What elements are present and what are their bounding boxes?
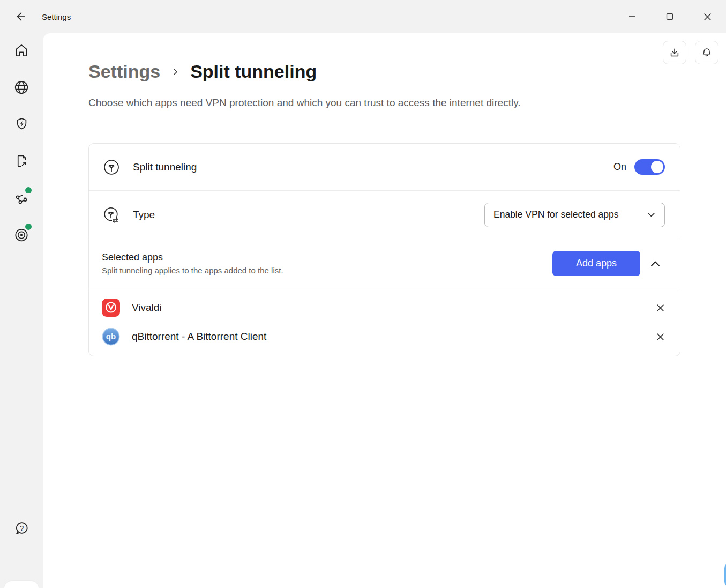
split-tunneling-label: Split tunneling: [133, 161, 197, 173]
download-icon: [669, 47, 680, 58]
toggle-state-label: On: [613, 161, 626, 173]
app-name: Vivaldi: [132, 302, 162, 314]
remove-app-button[interactable]: [652, 300, 668, 316]
split-tunneling-card: Split tunneling On Type Enable VPN for s…: [88, 143, 680, 356]
add-apps-button[interactable]: Add apps: [552, 251, 640, 276]
header-actions: [663, 41, 718, 64]
vivaldi-icon: [102, 299, 120, 317]
type-row: Type Enable VPN for selected apps: [89, 190, 680, 239]
close-icon: [656, 304, 664, 312]
minimize-icon: [628, 13, 636, 20]
sidebar-item-protection[interactable]: [9, 111, 34, 137]
home-icon: [14, 43, 29, 58]
type-label: Type: [133, 209, 155, 221]
selected-apps-title: Selected apps: [102, 252, 283, 263]
sidebar-item-settings[interactable]: [4, 581, 39, 588]
brand-logo-icon: [720, 550, 726, 588]
toggle-knob: [651, 161, 663, 173]
content-panel: Settings Split tunneling Choose which ap…: [43, 33, 726, 588]
maximize-button[interactable]: [651, 0, 688, 33]
close-icon: [703, 13, 712, 21]
sidebar-item-servers[interactable]: [9, 75, 34, 100]
chevron-down-icon: [647, 210, 656, 219]
collapse-apps-button[interactable]: [646, 254, 665, 273]
app-list-item: qb qBittorrent - A Bittorrent Client: [89, 322, 680, 351]
type-dropdown[interactable]: Enable VPN for selected apps: [484, 203, 665, 227]
split-tunneling-row: Split tunneling On: [89, 144, 680, 190]
app-list-item: Vivaldi: [89, 293, 680, 322]
type-icon: [102, 205, 121, 225]
split-tunnel-export-icon: [14, 154, 29, 168]
close-icon: [656, 333, 664, 341]
chevron-up-icon: [649, 258, 661, 270]
sidebar-item-home[interactable]: [9, 38, 34, 63]
connections-status-badge: [25, 187, 32, 193]
close-button[interactable]: [688, 0, 726, 33]
sidebar-item-help[interactable]: ?: [9, 516, 34, 541]
app-name: qBittorrent - A Bittorrent Client: [132, 331, 266, 343]
back-button[interactable]: [12, 8, 30, 26]
window-titlebar: Settings: [0, 0, 726, 33]
type-dropdown-value: Enable VPN for selected apps: [493, 209, 647, 220]
notifications-button[interactable]: [695, 41, 718, 64]
split-tunneling-toggle[interactable]: [634, 159, 665, 175]
svg-text:?: ?: [20, 524, 24, 532]
shield-bolt-icon: [14, 117, 29, 131]
selected-apps-row: Selected apps Split tunneling applies to…: [89, 239, 680, 288]
page-heading: Settings Split tunneling: [88, 61, 317, 82]
sidebar-nav: ?: [0, 33, 43, 588]
page-title: Split tunneling: [190, 61, 317, 82]
remove-app-button[interactable]: [652, 329, 668, 345]
breadcrumb-settings[interactable]: Settings: [88, 61, 160, 82]
maximize-icon: [666, 13, 673, 20]
split-tunneling-icon: [102, 158, 121, 177]
qbittorrent-icon: qb: [102, 328, 120, 346]
sidebar-item-connections[interactable]: [9, 185, 34, 211]
chevron-right-icon: [171, 68, 179, 76]
selected-apps-list: Vivaldi qb qBittorrent - A Bittorrent Cl…: [89, 288, 680, 356]
back-arrow-icon: [15, 11, 27, 23]
page-description: Choose which apps need VPN protection an…: [88, 97, 521, 109]
download-button[interactable]: [663, 41, 686, 64]
sidebar-item-split-tunneling[interactable]: [9, 148, 34, 174]
globe-icon: [13, 79, 29, 95]
tracker-status-badge: [25, 224, 32, 230]
minimize-button[interactable]: [613, 0, 651, 33]
sidebar-item-tracker[interactable]: [9, 222, 34, 248]
selected-apps-subtitle: Split tunneling applies to the apps adde…: [102, 266, 283, 275]
window-controls: [613, 0, 726, 33]
help-icon: ?: [13, 520, 29, 537]
window-title: Settings: [42, 12, 71, 21]
svg-text:qb: qb: [106, 332, 116, 341]
bell-icon: [701, 47, 713, 58]
